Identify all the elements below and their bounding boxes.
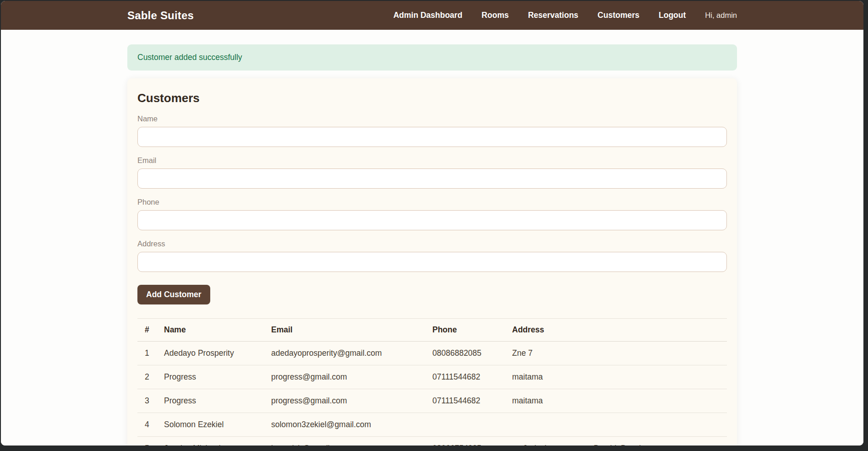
- content-container: Customer added successfully Customers Na…: [127, 44, 737, 446]
- field-label-phone: Phone: [137, 198, 727, 206]
- table-row: 1Adedayo Prosperityadedayoprosperity@gma…: [137, 342, 727, 365]
- table-header-row: #NameEmailPhoneAddress: [137, 319, 727, 342]
- table-row: 5Jessica Michaeljessmich@gmail.com080667…: [137, 437, 727, 446]
- table-row: 2Progressprogress@gmail.com07111544682ma…: [137, 365, 727, 389]
- field-label-address: Address: [137, 239, 727, 248]
- form-group-name: Name: [137, 114, 727, 147]
- column-header-email: Email: [267, 319, 429, 342]
- navbar: Sable Suites Admin DashboardRoomsReserva…: [1, 1, 863, 30]
- cell: Solomon Ezekiel: [160, 413, 267, 437]
- add-customer-button[interactable]: Add Customer: [137, 285, 210, 304]
- email-field[interactable]: [137, 168, 727, 189]
- cell: Zne 7: [508, 342, 727, 365]
- nav-item-reservations[interactable]: Reservations: [528, 11, 579, 20]
- name-field[interactable]: [137, 127, 727, 147]
- cell: [429, 413, 508, 437]
- form-group-email: Email: [137, 156, 727, 189]
- cell: 2: [137, 365, 160, 389]
- cell: 3: [137, 389, 160, 413]
- cell: adedayoprosperity@gmail.com: [267, 342, 429, 365]
- cell: no 3 olushegun street, Bembi, Bayelsa st…: [508, 437, 727, 446]
- cell: jessmich@gmail.com: [267, 437, 429, 446]
- cell: maitama: [508, 389, 727, 413]
- success-alert: Customer added successfully: [127, 44, 737, 71]
- customers-card: Customers NameEmailPhoneAddressAdd Custo…: [127, 78, 737, 446]
- address-field[interactable]: [137, 252, 727, 272]
- phone-field[interactable]: [137, 210, 727, 230]
- user-greeting: Hi, admin: [705, 11, 737, 20]
- cell: [508, 413, 727, 437]
- cell: maitama: [508, 365, 727, 389]
- form-group-address: Address: [137, 239, 727, 272]
- column-header-phone: Phone: [429, 319, 508, 342]
- cell: progress@gmail.com: [267, 389, 429, 413]
- form-group-phone: Phone: [137, 198, 727, 230]
- cell: Jessica Michael: [160, 437, 267, 446]
- cell: 08086882085: [429, 342, 508, 365]
- page-body: Customer added successfully Customers Na…: [1, 30, 863, 446]
- table-row: 3Progressprogress@gmail.com07111544682ma…: [137, 389, 727, 413]
- add-customer-form: NameEmailPhoneAddressAdd Customer: [137, 114, 727, 304]
- column-header-item: #: [137, 319, 160, 342]
- nav-item-admin-dashboard[interactable]: Admin Dashboard: [393, 11, 463, 20]
- nav-links: Admin DashboardRoomsReservationsCustomer…: [393, 11, 737, 20]
- browser-window: Sable Suites Admin DashboardRoomsReserva…: [1, 1, 863, 446]
- column-header-name: Name: [160, 319, 267, 342]
- customers-table: #NameEmailPhoneAddress 1Adedayo Prosperi…: [137, 318, 727, 446]
- cell: Adedayo Prosperity: [160, 342, 267, 365]
- nav-item-customers[interactable]: Customers: [598, 11, 639, 20]
- window-frame: Sable Suites Admin DashboardRoomsReserva…: [0, 0, 868, 451]
- nav-item-rooms[interactable]: Rooms: [481, 11, 508, 20]
- nav-item-logout[interactable]: Logout: [659, 11, 686, 20]
- cell: 08066754225: [429, 437, 508, 446]
- brand-title[interactable]: Sable Suites: [127, 9, 194, 22]
- column-header-address: Address: [508, 319, 727, 342]
- cell: 07111544682: [429, 389, 508, 413]
- cell: 5: [137, 437, 160, 446]
- cell: 4: [137, 413, 160, 437]
- cell: solomon3zekiel@gmail.com: [267, 413, 429, 437]
- navbar-inner: Sable Suites Admin DashboardRoomsReserva…: [127, 1, 737, 30]
- cell: 1: [137, 342, 160, 365]
- field-label-name: Name: [137, 114, 727, 123]
- table-row: 4Solomon Ezekielsolomon3zekiel@gmail.com: [137, 413, 727, 437]
- cell: 07111544682: [429, 365, 508, 389]
- cell: Progress: [160, 365, 267, 389]
- page-title: Customers: [137, 91, 727, 105]
- cell: progress@gmail.com: [267, 365, 429, 389]
- cell: Progress: [160, 389, 267, 413]
- field-label-email: Email: [137, 156, 727, 165]
